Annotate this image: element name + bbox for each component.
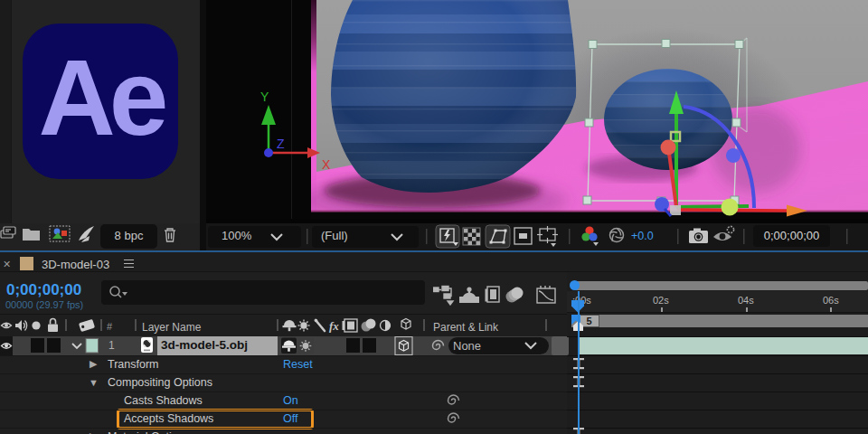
svg-text:fx: fx [329, 319, 339, 333]
svg-text:Z: Z [277, 137, 285, 151]
svg-text:Y: Y [260, 90, 269, 104]
svg-text:X: X [322, 157, 331, 172]
